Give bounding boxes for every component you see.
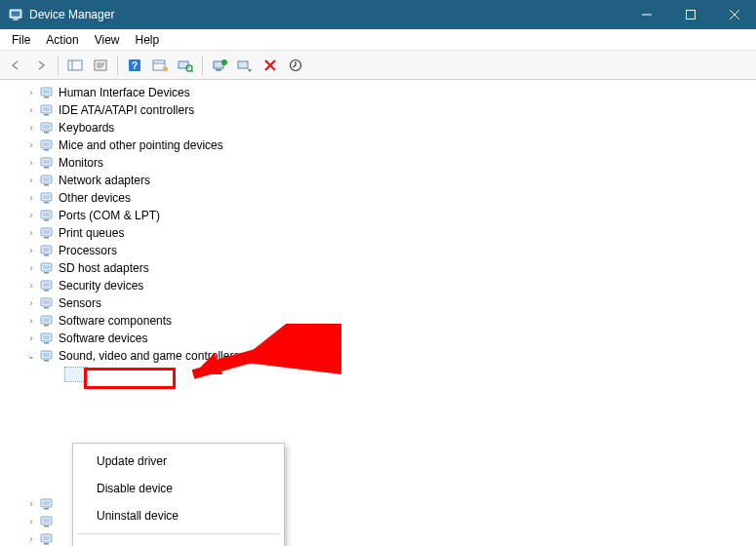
update-driver-icon[interactable] [208,54,231,77]
svg-rect-77 [43,501,50,505]
svg-rect-17 [163,67,168,71]
expand-chevron-icon[interactable]: › [25,189,37,207]
tree-node[interactable]: ›Ports (COM & LPT) [4,207,752,224]
properties-icon[interactable] [89,54,112,77]
svg-rect-75 [44,360,49,362]
minimize-button[interactable] [624,0,668,29]
svg-rect-48 [44,202,49,204]
toolbar: ? [0,51,756,80]
expand-chevron-icon[interactable]: › [25,277,37,294]
tree-node[interactable]: ›Other devices [4,189,752,207]
disable-device-icon[interactable] [233,54,257,77]
svg-rect-39 [44,149,49,151]
tree-node[interactable]: ›Security devices [4,277,752,294]
expand-chevron-icon[interactable]: › [25,154,37,172]
menu-action[interactable]: Action [38,31,86,49]
tree-node-label: Software devices [59,330,147,347]
expand-chevron-icon[interactable]: › [25,259,37,277]
ctx-disable-device[interactable]: Disable device [75,475,282,502]
expand-chevron-icon[interactable]: ⌄ [25,347,37,365]
show-hide-console-icon[interactable] [63,54,87,77]
tree-node-label: Ports (COM & LPT) [59,207,160,224]
device-category-icon [39,348,55,364]
tree-node[interactable]: ›SD host adapters [4,259,752,277]
expand-chevron-icon[interactable]: › [25,294,37,312]
back-button[interactable] [4,54,27,77]
selected-child-placeholder[interactable] [64,367,88,382]
menu-help[interactable]: Help [128,31,168,49]
svg-rect-54 [44,237,49,239]
expand-chevron-icon[interactable]: › [25,84,37,101]
svg-rect-45 [44,184,49,186]
tree-node[interactable]: ›Software components [4,312,752,330]
toolbar-separator [117,56,118,75]
scan-hardware-icon[interactable] [174,54,197,77]
tree-node-label: Security devices [59,277,143,294]
ctx-scan-hardware[interactable]: Scan for hardware changes [75,538,282,546]
svg-rect-7 [68,60,82,70]
expand-chevron-icon[interactable]: › [25,207,37,224]
expand-chevron-icon[interactable]: › [25,530,37,546]
tree-node[interactable]: ›Keyboards [4,119,752,136]
svg-rect-33 [44,114,49,116]
enable-device-icon[interactable] [284,54,307,77]
svg-rect-41 [43,160,50,164]
device-category-icon [39,208,55,223]
expand-chevron-icon[interactable]: › [25,330,37,347]
svg-rect-65 [43,300,50,304]
menu-file[interactable]: File [4,31,38,49]
uninstall-device-icon[interactable] [259,54,282,77]
device-category-icon [39,137,55,153]
tree-node[interactable]: ⌄Sound, video and game controllers [4,347,752,365]
expand-chevron-icon[interactable]: › [25,136,37,154]
device-category-icon [39,120,55,136]
expand-chevron-icon[interactable]: › [25,224,37,242]
svg-rect-74 [43,353,50,357]
tree-node[interactable]: ›Mice and other pointing devices [4,136,752,154]
tree-node[interactable]: ›IDE ATA/ATAPI controllers [4,101,752,119]
expand-chevron-icon[interactable]: › [25,101,37,119]
context-menu: Update driver Disable device Uninstall d… [72,443,285,546]
device-category-icon [39,85,55,100]
svg-rect-30 [44,97,49,98]
svg-rect-44 [43,177,50,181]
svg-rect-4 [686,11,695,20]
svg-rect-69 [44,325,49,327]
svg-rect-84 [44,543,49,545]
forward-button[interactable] [29,54,53,77]
tree-node[interactable]: ›Human Interface Devices [4,84,752,101]
tree-node[interactable]: ›Software devices [4,330,752,347]
svg-rect-50 [43,213,50,216]
svg-rect-60 [44,272,49,274]
tree-node[interactable]: ›Processors [4,242,752,259]
app-icon [8,7,23,22]
tree-node[interactable]: ›Monitors [4,154,752,172]
device-tree[interactable]: ›Human Interface Devices›IDE ATA/ATAPI c… [0,80,756,546]
help-icon[interactable]: ? [123,54,146,77]
expand-chevron-icon[interactable]: › [25,513,37,530]
device-category-icon [39,173,55,188]
expand-chevron-icon[interactable]: › [25,312,37,330]
toolbar-separator [58,56,59,75]
tree-node[interactable]: ›Network adapters [4,172,752,189]
tree-node-label: Network adapters [59,172,150,189]
close-button[interactable] [712,0,756,29]
svg-rect-24 [238,61,248,68]
maximize-button[interactable] [668,0,712,29]
device-category-icon [39,260,55,276]
menu-view[interactable]: View [87,31,128,49]
tree-node-label: Processors [59,242,117,259]
ctx-separator [77,533,280,534]
svg-rect-68 [43,318,50,322]
expand-chevron-icon[interactable]: › [25,242,37,259]
expand-chevron-icon[interactable]: › [25,172,37,189]
ctx-uninstall-device[interactable]: Uninstall device [75,502,282,529]
tree-node-label: Keyboards [59,119,114,136]
tree-node[interactable]: ›Sensors [4,294,752,312]
tree-node[interactable]: ›Print queues [4,224,752,242]
action-bars-icon[interactable] [148,54,172,77]
expand-chevron-icon[interactable]: › [25,495,37,513]
expand-chevron-icon[interactable]: › [25,119,37,136]
svg-rect-36 [44,132,49,134]
ctx-update-driver[interactable]: Update driver [75,448,282,475]
